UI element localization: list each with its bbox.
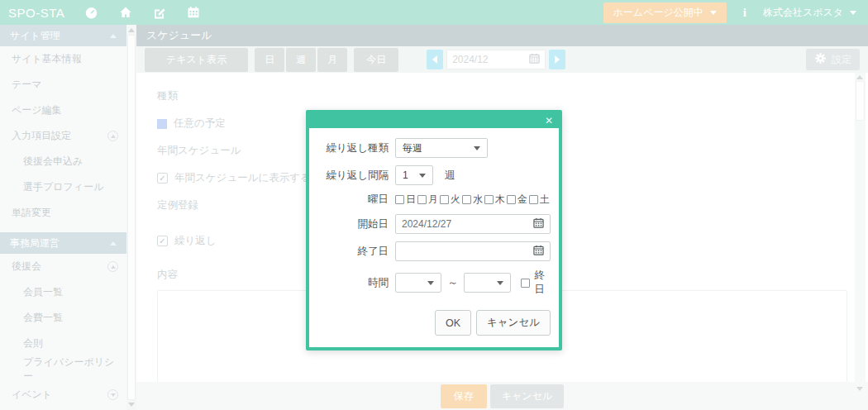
end-date-input[interactable] <box>402 246 533 257</box>
weekday-row: 曜日 日 月 火 水 木 金 土 <box>317 193 551 207</box>
ok-button[interactable]: OK <box>435 310 471 336</box>
repeat-settings-modal: ✕ 繰り返し種類 毎週 繰り返し間隔 1 週 曜日 日 月 火 水 <box>306 110 562 350</box>
time-row: 時間 ～ 終日 <box>317 269 551 297</box>
weekday-text: 水 <box>473 193 483 207</box>
weekday-checkbox-tue[interactable] <box>440 195 449 204</box>
weekday-label: 曜日 <box>317 193 389 207</box>
repeat-type-label: 繰り返し種類 <box>317 141 389 155</box>
calendar-icon[interactable] <box>533 217 544 231</box>
end-date-label: 終了日 <box>317 245 389 259</box>
weekday-text: 木 <box>495 193 505 207</box>
weekday-item: 月 <box>417 193 438 207</box>
modal-body: 繰り返し種類 毎週 繰り返し間隔 1 週 曜日 日 月 火 水 木 金 <box>309 128 559 347</box>
repeat-interval-select[interactable]: 1 <box>395 165 433 185</box>
repeat-interval-label: 繰り返し間隔 <box>317 169 389 183</box>
repeat-type-value: 毎週 <box>403 141 422 155</box>
weekday-text: 火 <box>451 193 460 207</box>
time-separator: ～ <box>447 275 458 290</box>
start-time-select[interactable] <box>395 273 441 293</box>
chevron-down-icon <box>474 146 480 150</box>
repeat-interval-unit: 週 <box>445 169 455 183</box>
repeat-type-row: 繰り返し種類 毎週 <box>317 138 551 158</box>
close-icon[interactable]: ✕ <box>542 116 556 126</box>
repeat-type-select[interactable]: 毎週 <box>395 138 488 158</box>
chevron-down-icon <box>497 281 503 285</box>
time-label: 時間 <box>317 276 389 290</box>
repeat-interval-value: 1 <box>403 169 408 181</box>
weekday-text: 日 <box>406 193 416 207</box>
weekday-checkbox-sat[interactable] <box>529 195 538 204</box>
weekday-checkbox-fri[interactable] <box>507 195 516 204</box>
calendar-icon[interactable] <box>533 244 544 259</box>
weekday-checkbox-mon[interactable] <box>417 195 427 204</box>
allday-label: 終日 <box>535 269 551 297</box>
weekday-text: 月 <box>428 193 438 207</box>
weekday-checkbox-thu[interactable] <box>484 195 494 204</box>
weekday-checkbox-sun[interactable] <box>395 195 404 204</box>
allday-group: 終日 <box>521 269 551 297</box>
weekday-item: 火 <box>440 193 460 207</box>
start-date-input[interactable] <box>402 218 533 230</box>
start-date-label: 開始日 <box>317 217 389 231</box>
weekday-item: 木 <box>484 193 505 207</box>
repeat-interval-row: 繰り返し間隔 1 週 <box>317 165 551 185</box>
end-date-row: 終了日 <box>317 241 551 261</box>
start-date-input-wrapper <box>395 214 551 234</box>
weekday-item: 日 <box>395 193 416 207</box>
modal-header: ✕ <box>309 113 559 128</box>
start-date-row: 開始日 <box>317 214 551 234</box>
end-date-input-wrapper <box>395 241 551 261</box>
weekday-item: 金 <box>507 193 527 207</box>
chevron-down-icon <box>419 174 426 178</box>
weekday-checkbox-wed[interactable] <box>462 195 471 204</box>
weekday-checkboxes: 日 月 火 水 木 金 土 <box>395 193 551 207</box>
weekday-item: 水 <box>462 193 483 207</box>
modal-buttons: OK キャンセル <box>317 310 551 336</box>
modal-cancel-button[interactable]: キャンセル <box>476 310 551 336</box>
chevron-down-icon <box>427 281 434 285</box>
weekday-text: 土 <box>540 193 550 207</box>
weekday-item: 土 <box>529 193 550 207</box>
weekday-text: 金 <box>517 193 527 207</box>
end-time-select[interactable] <box>464 273 510 293</box>
allday-checkbox[interactable] <box>521 279 530 288</box>
